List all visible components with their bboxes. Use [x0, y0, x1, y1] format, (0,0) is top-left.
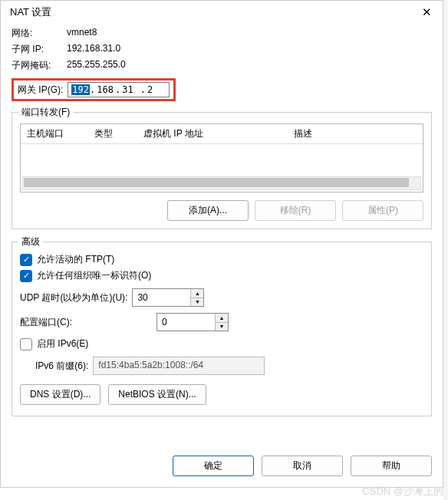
ipv6-prefix-row: IPv6 前缀(6): fd15:4ba5:5a2b:1008::/64: [35, 357, 423, 375]
advanced-buttons: DNS 设置(D)... NetBIOS 设置(N)...: [20, 384, 423, 405]
help-button[interactable]: 帮助: [351, 456, 432, 476]
config-port-label: 配置端口(C):: [20, 316, 152, 329]
config-port-value[interactable]: 0: [157, 314, 215, 331]
udp-timeout-spinner[interactable]: ▲ ▼: [190, 289, 203, 306]
table-header: 主机端口 类型 虚拟机 IP 地址 描述: [21, 124, 423, 144]
orgid-checkbox-row: 允许任何组织唯一标识符(O): [20, 269, 423, 282]
ftp-label: 允许活动的 FTP(T): [37, 253, 114, 266]
netbios-settings-button[interactable]: NetBIOS 设置(N)...: [108, 384, 206, 405]
col-vm-ip[interactable]: 虚拟机 IP 地址: [137, 127, 288, 140]
orgid-checkbox[interactable]: [20, 270, 32, 282]
ipv6-label: 启用 IPv6(E): [37, 337, 88, 350]
gateway-octet-1[interactable]: 192: [71, 84, 90, 95]
advanced-group: 高级 允许活动的 FTP(T) 允许任何组织唯一标识符(O) UDP 超时(以秒…: [12, 242, 432, 416]
col-host-port[interactable]: 主机端口: [21, 127, 88, 140]
config-port-input[interactable]: 0 ▲ ▼: [156, 313, 229, 331]
gateway-ip-row: 网关 IP(G): 192 . 168 . 31 . 2: [12, 78, 176, 101]
gateway-octet-4[interactable]: 2: [146, 84, 154, 95]
background-strip: [443, 0, 448, 500]
port-forwarding-buttons: 添加(A)... 移除(R) 属性(P): [20, 200, 423, 221]
titlebar: NAT 设置 ✕: [1, 1, 443, 22]
spinner-up-icon[interactable]: ▲: [191, 289, 203, 298]
subnet-ip-value: 192.168.31.0: [67, 43, 432, 56]
udp-timeout-value[interactable]: 30: [133, 289, 190, 306]
dns-settings-button[interactable]: DNS 设置(D)...: [20, 384, 100, 405]
spinner-up-icon[interactable]: ▲: [216, 314, 228, 323]
port-forwarding-table[interactable]: 主机端口 类型 虚拟机 IP 地址 描述: [20, 123, 423, 192]
udp-timeout-row: UDP 超时(以秒为单位)(U): 30 ▲ ▼: [20, 288, 423, 307]
ftp-checkbox[interactable]: [20, 254, 32, 266]
col-type[interactable]: 类型: [88, 127, 137, 140]
subnet-mask-value: 255.255.255.0: [67, 59, 432, 72]
advanced-title: 高级: [18, 235, 43, 248]
network-label: 网络:: [12, 27, 67, 40]
network-value: vmnet8: [67, 27, 432, 40]
dialog-title: NAT 设置: [10, 5, 51, 19]
subnet-ip-label: 子网 IP:: [12, 43, 67, 56]
ipv6-checkbox[interactable]: [20, 338, 32, 350]
udp-timeout-input[interactable]: 30 ▲ ▼: [132, 288, 204, 307]
gateway-octet-3[interactable]: 31: [120, 84, 134, 95]
spinner-down-icon[interactable]: ▼: [216, 323, 228, 331]
dialog-footer-buttons: 确定 取消 帮助: [173, 456, 432, 476]
remove-button: 移除(R): [255, 200, 336, 221]
config-port-row: 配置端口(C): 0 ▲ ▼: [20, 313, 423, 331]
subnet-mask-label: 子网掩码:: [12, 59, 67, 72]
col-desc[interactable]: 描述: [288, 127, 423, 140]
port-forwarding-title: 端口转发(F): [18, 106, 73, 119]
ipv6-checkbox-row: 启用 IPv6(E): [20, 337, 423, 350]
gateway-ip-input[interactable]: 192 . 168 . 31 . 2: [68, 82, 169, 97]
cancel-button[interactable]: 取消: [262, 456, 343, 476]
scrollbar-thumb[interactable]: [24, 178, 409, 187]
orgid-label: 允许任何组织唯一标识符(O): [37, 269, 151, 282]
ftp-checkbox-row: 允许活动的 FTP(T): [20, 253, 423, 266]
udp-timeout-label: UDP 超时(以秒为单位)(U):: [20, 291, 127, 304]
gateway-ip-label: 网关 IP(G):: [18, 84, 63, 97]
horizontal-scrollbar[interactable]: [22, 176, 421, 190]
close-icon[interactable]: ✕: [419, 5, 435, 19]
ipv6-prefix-input: fd15:4ba5:5a2b:1008::/64: [93, 357, 265, 375]
config-port-spinner[interactable]: ▲ ▼: [215, 314, 228, 331]
add-button[interactable]: 添加(A)...: [167, 200, 249, 221]
ipv6-prefix-label: IPv6 前缀(6):: [35, 360, 88, 373]
network-info: 网络: vmnet8 子网 IP: 192.168.31.0 子网掩码: 255…: [12, 27, 432, 72]
nat-settings-dialog: NAT 设置 ✕ 网络: vmnet8 子网 IP: 192.168.31.0 …: [0, 0, 443, 488]
gateway-octet-2[interactable]: 168: [95, 84, 115, 95]
port-forwarding-group: 端口转发(F) 主机端口 类型 虚拟机 IP 地址 描述 添加(A)... 移除…: [12, 112, 432, 229]
ok-button[interactable]: 确定: [173, 456, 254, 476]
spinner-down-icon[interactable]: ▼: [191, 298, 203, 307]
properties-button: 属性(P): [342, 200, 423, 221]
